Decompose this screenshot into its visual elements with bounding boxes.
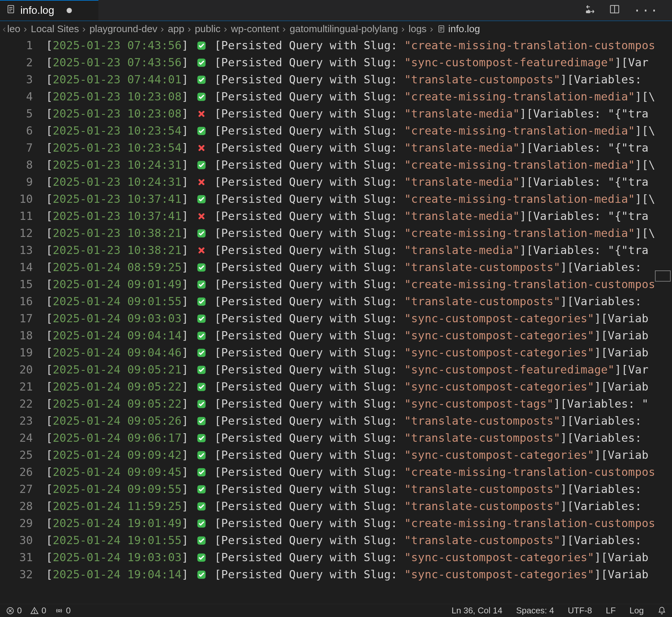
success-icon	[195, 566, 208, 583]
log-timestamp: 2025-01-24 11:59:25	[53, 499, 182, 512]
error-icon	[195, 139, 208, 156]
status-indentation[interactable]: Spaces: 4	[516, 606, 554, 616]
success-icon	[195, 361, 208, 378]
breadcrumb-segment[interactable]: logs	[409, 23, 427, 34]
log-timestamp: 2025-01-24 19:01:49	[53, 517, 182, 530]
editor-area[interactable]: 1234567891011121314151617181920212223242…	[0, 37, 672, 604]
log-slug: "translate-customposts"	[404, 73, 560, 86]
log-line: [2025-01-23 10:23:54] [Persisted Query w…	[46, 139, 672, 156]
status-encoding[interactable]: UTF-8	[568, 606, 592, 616]
log-timestamp: 2025-01-24 08:59:25	[53, 260, 182, 274]
code-content[interactable]: [2025-01-23 07:43:56] [Persisted Query w…	[46, 37, 672, 604]
status-warnings[interactable]: 0	[30, 606, 46, 616]
status-ports[interactable]: 0	[55, 606, 70, 616]
log-slug: "sync-custompost-categories"	[404, 551, 594, 564]
log-slug: "create-missing-translation-media"	[404, 192, 635, 205]
more-actions-icon[interactable]: ···	[633, 4, 659, 17]
breadcrumb-segment[interactable]: app	[168, 23, 184, 34]
success-icon	[195, 429, 208, 446]
log-timestamp: 2025-01-24 09:03:03	[53, 312, 182, 325]
log-timestamp: 2025-01-24 09:09:45	[53, 465, 182, 478]
log-slug: "create-missing-translation-custompos	[404, 278, 655, 291]
log-line: [2025-01-23 10:23:08] [Persisted Query w…	[46, 88, 672, 105]
breadcrumb-segment[interactable]: wp-content	[231, 23, 279, 34]
log-line: [2025-01-24 09:03:03] [Persisted Query w…	[46, 310, 672, 327]
log-slug: "translate-customposts"	[404, 295, 560, 308]
log-timestamp: 2025-01-24 09:09:55	[53, 482, 182, 495]
log-slug: "translate-media"	[404, 243, 519, 257]
log-slug: "sync-custompost-categories"	[404, 448, 594, 461]
breadcrumb-current[interactable]: info.log	[437, 23, 480, 34]
log-slug: "translate-customposts"	[404, 499, 560, 512]
log-line: [2025-01-23 07:43:56] [Persisted Query w…	[46, 54, 672, 71]
error-icon	[195, 207, 208, 224]
log-slug: "create-missing-translation-media"	[404, 124, 635, 137]
log-line: [2025-01-23 07:44:01] [Persisted Query w…	[46, 71, 672, 88]
log-slug: "create-missing-translation-custompos	[404, 517, 655, 530]
log-slug: "translate-media"	[404, 175, 519, 188]
log-timestamp: 2025-01-23 10:23:08	[53, 90, 182, 103]
log-slug: "translate-customposts"	[404, 534, 560, 547]
minimap-viewport[interactable]	[655, 270, 671, 281]
success-icon	[195, 224, 208, 241]
status-cursor-position[interactable]: Ln 36, Col 14	[451, 606, 502, 616]
unsaved-indicator-icon	[67, 8, 72, 13]
error-icon	[195, 105, 208, 122]
success-icon	[195, 395, 208, 412]
status-errors-count: 0	[17, 606, 22, 616]
success-icon	[195, 276, 208, 293]
log-line: [2025-01-23 10:37:41] [Persisted Query w…	[46, 207, 672, 224]
log-timestamp: 2025-01-23 10:24:31	[53, 158, 182, 171]
log-line: [2025-01-24 19:01:55] [Persisted Query w…	[46, 532, 672, 549]
breadcrumb-segment[interactable]: gatomultilingual-polylang	[290, 23, 398, 34]
success-icon	[195, 549, 208, 566]
status-errors[interactable]: 0	[6, 606, 22, 616]
breadcrumb[interactable]: ‹ leo›Local Sites›playground-dev›app›pub…	[0, 21, 672, 37]
log-timestamp: 2025-01-23 10:38:21	[53, 226, 182, 240]
svg-text:ab: ab	[586, 10, 591, 13]
tab-bar: info.log ab ···	[0, 0, 672, 21]
breadcrumb-segment[interactable]: public	[195, 23, 221, 34]
status-eol[interactable]: LF	[606, 606, 616, 616]
status-ports-count: 0	[66, 606, 70, 616]
log-line: [2025-01-23 10:37:41] [Persisted Query w…	[46, 190, 672, 207]
success-icon	[195, 88, 208, 105]
log-line: [2025-01-24 09:09:42] [Persisted Query w…	[46, 446, 672, 463]
log-slug: "translate-customposts"	[404, 482, 560, 495]
log-line: [2025-01-24 19:03:03] [Persisted Query w…	[46, 549, 672, 566]
log-slug: "create-missing-translation-media"	[404, 158, 635, 171]
success-icon	[195, 532, 208, 549]
log-timestamp: 2025-01-24 09:05:26	[53, 414, 182, 427]
log-slug: "sync-custompost-featuredimage"	[404, 56, 615, 69]
log-timestamp: 2025-01-24 19:01:55	[53, 534, 182, 547]
breadcrumb-segment[interactable]: playground-dev	[89, 23, 158, 34]
success-icon	[195, 480, 208, 497]
success-icon	[195, 37, 208, 54]
notifications-bell-icon[interactable]	[658, 607, 666, 615]
error-icon	[195, 173, 208, 190]
success-icon	[195, 122, 208, 139]
breadcrumb-segment[interactable]: leo	[7, 23, 20, 34]
editor-tab-info-log[interactable]: info.log	[0, 0, 98, 21]
log-line: [2025-01-24 09:01:55] [Persisted Query w…	[46, 293, 672, 310]
log-slug: "translate-customposts"	[404, 431, 560, 444]
log-line: [2025-01-24 11:59:25] [Persisted Query w…	[46, 497, 672, 515]
log-slug: "translate-customposts"	[404, 260, 560, 274]
log-timestamp: 2025-01-23 10:24:31	[53, 175, 182, 188]
success-icon	[195, 378, 208, 395]
breadcrumb-segment[interactable]: Local Sites	[31, 23, 79, 34]
success-icon	[195, 446, 208, 463]
success-icon	[195, 156, 208, 173]
log-timestamp: 2025-01-24 09:04:46	[53, 346, 182, 359]
log-line: [2025-01-24 09:04:14] [Persisted Query w…	[46, 327, 672, 344]
log-line: [2025-01-23 10:23:08] [Persisted Query w…	[46, 105, 672, 122]
split-editor-icon[interactable]	[609, 4, 620, 17]
log-slug: "translate-media"	[404, 141, 519, 154]
success-icon	[195, 327, 208, 344]
compare-changes-icon[interactable]: ab	[585, 4, 596, 17]
status-language-mode[interactable]: Log	[630, 606, 644, 616]
log-line: [2025-01-24 09:09:55] [Persisted Query w…	[46, 480, 672, 497]
log-timestamp: 2025-01-23 10:23:54	[53, 124, 182, 137]
success-icon	[195, 259, 208, 276]
log-timestamp: 2025-01-24 09:01:49	[53, 278, 182, 291]
